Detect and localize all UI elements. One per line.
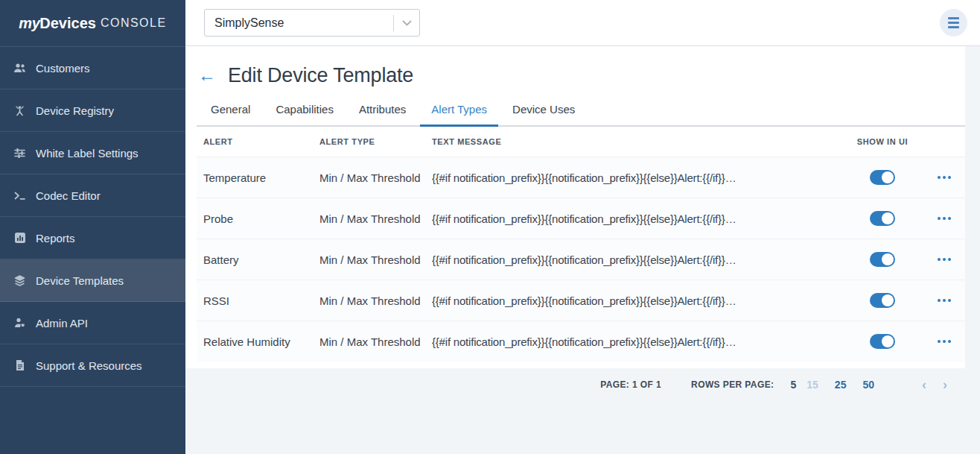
sidebar-item-label: Support & Resources	[36, 359, 142, 372]
device-registry-icon	[13, 104, 26, 117]
column-header-text-message: TEXT MESSAGE	[432, 137, 841, 146]
previous-page-icon[interactable]: ‹	[922, 378, 926, 391]
alert-cell: Battery	[203, 253, 319, 266]
alert-cell: RSSI	[203, 294, 319, 307]
text-message-cell: {{#if notification_prefix}}{{notificatio…	[432, 253, 841, 266]
column-header-show-in-ui: SHOW IN UI	[841, 137, 923, 146]
next-page-icon[interactable]: ›	[943, 378, 947, 391]
show-in-ui-toggle[interactable]	[870, 211, 895, 226]
text-message-cell: {{#if notification_prefix}}{{notificatio…	[432, 335, 841, 348]
table-row: Relative Humidity Min / Max Threshold {{…	[197, 321, 965, 362]
toggle-knob	[882, 212, 894, 224]
sidebar-item-customers[interactable]: Customers	[0, 47, 185, 89]
topbar: SimplySense	[185, 0, 980, 46]
alert-type-cell: Min / Max Threshold	[319, 294, 432, 307]
hamburger-menu-button[interactable]	[940, 9, 967, 37]
rows-per-page-option-15[interactable]: 15	[806, 379, 818, 391]
column-header-alert-type: ALERT TYPE	[319, 137, 432, 146]
alert-type-cell: Min / Max Threshold	[319, 253, 432, 266]
rows-per-page-option-5[interactable]: 5	[790, 379, 796, 391]
sidebar-item-label: Reports	[36, 232, 75, 245]
alert-type-cell: Min / Max Threshold	[319, 212, 432, 225]
text-message-cell: {{#if notification_prefix}}{{notificatio…	[432, 294, 841, 307]
rows-per-page-label: ROWS PER PAGE:	[691, 379, 774, 390]
sidebar-item-label: Device Registry	[36, 104, 114, 117]
table-row: Temperature Min / Max Threshold {{#if no…	[197, 157, 965, 198]
logo-my: my	[19, 15, 39, 32]
row-actions-menu-icon[interactable]	[936, 255, 952, 264]
tab-attributes[interactable]: Attributes	[348, 103, 417, 127]
page-count-label: PAGE: 1 OF 1	[600, 379, 661, 390]
show-in-ui-toggle[interactable]	[870, 252, 895, 267]
app-root: myDevicesCONSOLE Customers Device Regist…	[0, 0, 980, 454]
back-arrow-icon[interactable]: ←	[198, 66, 216, 86]
table-row: Battery Min / Max Threshold {{#if notifi…	[197, 239, 965, 280]
toggle-knob	[882, 335, 894, 347]
text-message-cell: {{#if notification_prefix}}{{notificatio…	[432, 212, 841, 225]
edit-template-panel: ← Edit Device Template General Capabilit…	[185, 46, 965, 368]
tab-capabilities[interactable]: Capabilities	[264, 103, 345, 127]
show-in-ui-toggle[interactable]	[870, 170, 895, 185]
sidebar-item-label: Admin API	[36, 317, 88, 330]
reports-icon	[13, 232, 26, 245]
white-label-settings-icon	[13, 147, 26, 160]
row-actions-menu-icon[interactable]	[936, 296, 952, 305]
sidebar-item-white-label-settings[interactable]: White Label Settings	[0, 132, 185, 174]
sidebar-item-label: Codec Editor	[36, 189, 101, 202]
hamburger-icon	[948, 17, 959, 19]
tenant-dropdown-value: SimplySense	[205, 16, 393, 30]
sidebar-item-device-templates[interactable]: Device Templates	[0, 259, 185, 302]
logo-console: CONSOLE	[101, 16, 167, 30]
alert-cell: Relative Humidity	[203, 335, 319, 348]
sidebar-item-label: Device Templates	[36, 274, 124, 287]
rows-per-page-option-50[interactable]: 50	[862, 379, 874, 391]
sidebar-item-label: Customers	[36, 62, 90, 75]
alert-type-cell: Min / Max Threshold	[319, 171, 432, 184]
rows-per-page-option-25[interactable]: 25	[835, 379, 847, 391]
alert-cell: Probe	[203, 212, 319, 225]
content-area: ← Edit Device Template General Capabilit…	[185, 46, 980, 454]
table-row: RSSI Min / Max Threshold {{#if notificat…	[197, 280, 965, 321]
text-message-cell: {{#if notification_prefix}}{{notificatio…	[432, 171, 841, 184]
support-resources-icon	[13, 359, 26, 372]
sidebar: myDevicesCONSOLE Customers Device Regist…	[0, 0, 185, 454]
sidebar-item-device-registry[interactable]: Device Registry	[0, 89, 185, 132]
row-actions-menu-icon[interactable]	[936, 337, 952, 346]
codec-editor-icon	[13, 189, 26, 202]
show-in-ui-toggle[interactable]	[870, 334, 895, 349]
mydevices-logo: myDevicesCONSOLE	[0, 0, 185, 47]
customers-icon	[13, 62, 26, 75]
tenant-dropdown[interactable]: SimplySense	[204, 9, 420, 37]
column-header-alert: ALERT	[203, 137, 319, 146]
show-in-ui-toggle[interactable]	[870, 293, 895, 308]
pagination-bar: PAGE: 1 OF 1 ROWS PER PAGE: 5 15 25 50 ‹…	[185, 378, 980, 391]
device-templates-icon	[13, 274, 26, 287]
admin-api-icon	[13, 317, 26, 330]
toggle-knob	[882, 294, 894, 306]
tab-alert-types[interactable]: Alert Types	[420, 103, 498, 127]
table-row: Probe Min / Max Threshold {{#if notifica…	[197, 198, 965, 239]
logo-devices: Devices	[39, 15, 96, 32]
chevron-down-icon	[394, 20, 419, 26]
page-title: Edit Device Template	[228, 64, 413, 87]
row-actions-menu-icon[interactable]	[936, 173, 952, 182]
tab-device-uses[interactable]: Device Uses	[501, 103, 586, 127]
sidebar-item-reports[interactable]: Reports	[0, 217, 185, 259]
tab-general[interactable]: General	[200, 103, 261, 127]
alert-type-cell: Min / Max Threshold	[319, 335, 432, 348]
sidebar-item-support-resources[interactable]: Support & Resources	[0, 344, 185, 387]
main-area: SimplySense ← Edit Device Template Gener…	[185, 0, 980, 454]
sidebar-item-label: White Label Settings	[36, 147, 139, 160]
tab-bar: General Capabilities Attributes Alert Ty…	[197, 103, 965, 127]
table-header: ALERT ALERT TYPE TEXT MESSAGE SHOW IN UI	[197, 127, 965, 157]
sidebar-item-codec-editor[interactable]: Codec Editor	[0, 174, 185, 217]
row-actions-menu-icon[interactable]	[936, 214, 952, 223]
title-row: ← Edit Device Template	[197, 46, 965, 87]
sidebar-item-admin-api[interactable]: Admin API	[0, 302, 185, 344]
toggle-knob	[882, 253, 894, 265]
toggle-knob	[882, 171, 894, 183]
alert-cell: Temperature	[203, 171, 319, 184]
